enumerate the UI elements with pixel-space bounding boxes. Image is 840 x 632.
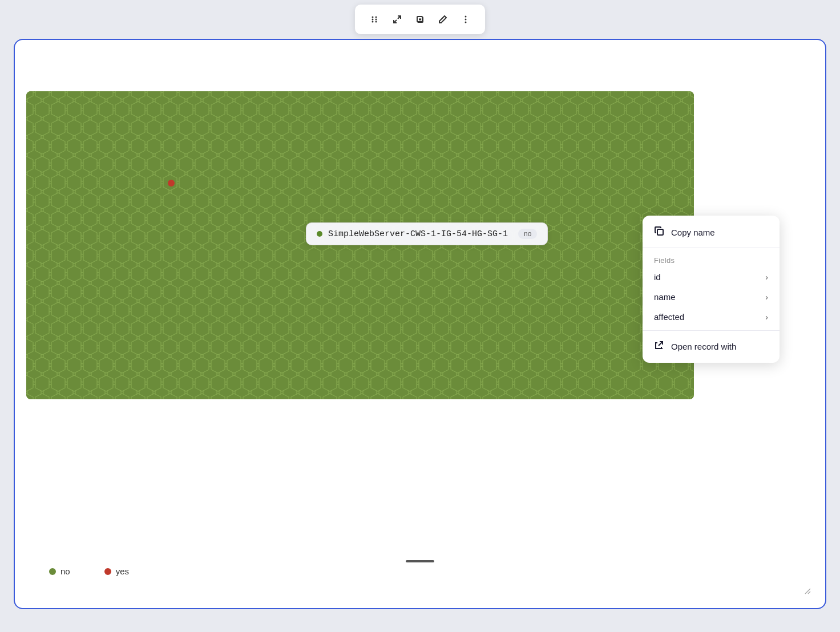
svg-line-20 [659,342,663,346]
field-name-chevron: › [765,293,768,302]
open-record-item[interactable]: Open record with [643,334,780,358]
menu-divider-1 [643,248,780,248]
hex-grid-svg [26,91,694,399]
field-affected-item[interactable]: affected › [643,307,780,327]
expand-button[interactable] [387,9,407,30]
svg-point-2 [372,19,374,21]
open-record-label: Open record with [671,342,736,351]
resize-handle[interactable] [802,586,811,598]
legend-label-no: no [60,566,70,576]
field-id-item[interactable]: id › [643,267,780,287]
tooltip-status-dot [317,231,322,237]
toolbar [355,5,485,34]
open-record-icon [654,340,664,353]
copy-name-label: Copy name [671,228,715,237]
svg-point-4 [372,21,374,23]
field-id-chevron: › [765,273,768,282]
legend-item-yes: yes [104,566,129,576]
svg-point-3 [375,19,377,21]
legend-label-yes: yes [116,566,129,576]
node-tooltip[interactable]: SimpleWebServer-CWS-1-IG-54-HG-SG-1 no [306,222,548,245]
fields-section-label: Fields [643,252,780,267]
copy-name-item[interactable]: Copy name [643,220,780,244]
field-affected-chevron: › [765,313,768,322]
field-affected-label: affected [654,312,684,322]
drag-handle-button[interactable] [364,9,385,30]
page-wrapper: SimpleWebServer-CWS-1-IG-54-HG-SG-1 no C… [0,0,840,632]
svg-rect-18 [26,91,694,399]
copy-icon [654,226,664,238]
scroll-handle[interactable] [406,560,434,562]
legend-dot-no [49,568,56,575]
copy-frame-button[interactable] [410,9,430,30]
legend-dot-yes [104,568,111,575]
svg-point-5 [375,21,377,23]
menu-divider-2 [643,330,780,331]
svg-point-14 [465,22,467,23]
red-dot-marker [168,180,175,187]
field-name-item[interactable]: name › [643,287,780,307]
edit-button[interactable] [433,9,453,30]
svg-point-1 [375,17,377,18]
main-card: SimpleWebServer-CWS-1-IG-54-HG-SG-1 no C… [14,39,826,609]
more-options-button[interactable] [455,9,476,30]
tooltip-badge: no [518,229,537,239]
svg-point-13 [465,19,467,21]
svg-point-0 [372,17,374,18]
hex-grid[interactable] [26,91,694,399]
svg-point-12 [465,16,467,18]
legend: no yes [49,566,129,576]
field-name-label: name [654,292,676,302]
tooltip-node-name: SimpleWebServer-CWS-1-IG-54-HG-SG-1 [328,229,508,239]
svg-rect-19 [657,229,663,235]
field-id-label: id [654,272,661,282]
legend-item-no: no [49,566,70,576]
context-menu: Copy name Fields id › name › affected › [643,216,780,363]
